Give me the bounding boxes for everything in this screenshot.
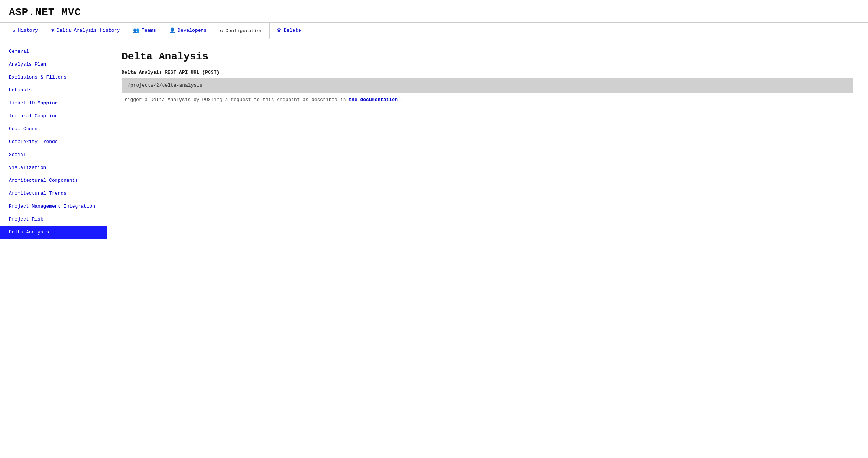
delete-icon: 🗑 [276, 28, 282, 34]
documentation-link[interactable]: the documentation [349, 97, 398, 103]
sidebar-item-exclusions-filters[interactable]: Exclusions & Filters [0, 71, 107, 84]
configuration-icon: ⚙ [220, 28, 223, 34]
sidebar-item-general[interactable]: General [0, 45, 107, 58]
sidebar-item-project-risk[interactable]: Project Risk [0, 213, 107, 226]
nav-label-delta-analysis-history: Delta Analysis History [56, 28, 120, 33]
nav-item-developers[interactable]: 👤 Developers [163, 23, 213, 39]
trigger-text-after: . [401, 97, 404, 103]
nav-item-delta-analysis-history[interactable]: ▼ Delta Analysis History [45, 23, 126, 39]
teams-icon: 👥 [133, 27, 139, 34]
nav-item-history[interactable]: ↺ History [6, 23, 45, 39]
sidebar-item-architectural-trends[interactable]: Architectural Trends [0, 187, 107, 200]
nav-label-developers: Developers [178, 28, 206, 33]
filter-icon: ▼ [51, 28, 54, 34]
app-title: ASP.NET MVC [0, 0, 868, 22]
main-content: Delta Analysis Delta Analysis REST API U… [107, 39, 868, 453]
sidebar-item-architectural-components[interactable]: Architectural Components [0, 174, 107, 187]
nav-label-history: History [18, 28, 38, 33]
sidebar-item-code-churn[interactable]: Code Churn [0, 122, 107, 135]
trigger-text-before: Trigger a Delta Analysis by POSTing a re… [122, 97, 346, 103]
trigger-description: Trigger a Delta Analysis by POSTing a re… [122, 97, 853, 103]
nav-item-delete[interactable]: 🗑 Delete [270, 23, 308, 39]
sidebar-item-social[interactable]: Social [0, 148, 107, 161]
sidebar-item-analysis-plan[interactable]: Analysis Plan [0, 58, 107, 71]
sidebar-item-hotspots[interactable]: Hotspots [0, 84, 107, 97]
save-btn-container: ✓ Save Configuration [0, 453, 868, 458]
sidebar-item-visualization[interactable]: Visualization [0, 161, 107, 174]
sidebar: General Analysis Plan Exclusions & Filte… [0, 39, 107, 453]
nav-bar: ↺ History ▼ Delta Analysis History 👥 Tea… [0, 22, 868, 39]
page-title: Delta Analysis [122, 51, 853, 62]
field-label: Delta Analysis REST API URL (POST) [122, 70, 853, 75]
developers-icon: 👤 [169, 27, 175, 34]
main-layout: General Analysis Plan Exclusions & Filte… [0, 39, 868, 453]
nav-label-configuration: Configuration [226, 28, 263, 34]
nav-item-configuration[interactable]: ⚙ Configuration [213, 23, 270, 39]
sidebar-item-complexity-trends[interactable]: Complexity Trends [0, 135, 107, 148]
sidebar-item-temporal-coupling[interactable]: Temporal Coupling [0, 110, 107, 122]
api-url-display: /projects/2/delta-analysis [122, 78, 853, 93]
history-icon: ↺ [13, 27, 15, 34]
sidebar-item-project-management-integration[interactable]: Project Management Integration [0, 200, 107, 213]
nav-label-delete: Delete [284, 28, 301, 33]
nav-item-teams[interactable]: 👥 Teams [126, 23, 163, 39]
sidebar-item-delta-analysis[interactable]: Delta Analysis [0, 226, 107, 239]
sidebar-item-ticket-id-mapping[interactable]: Ticket ID Mapping [0, 97, 107, 110]
nav-label-teams: Teams [142, 28, 156, 33]
